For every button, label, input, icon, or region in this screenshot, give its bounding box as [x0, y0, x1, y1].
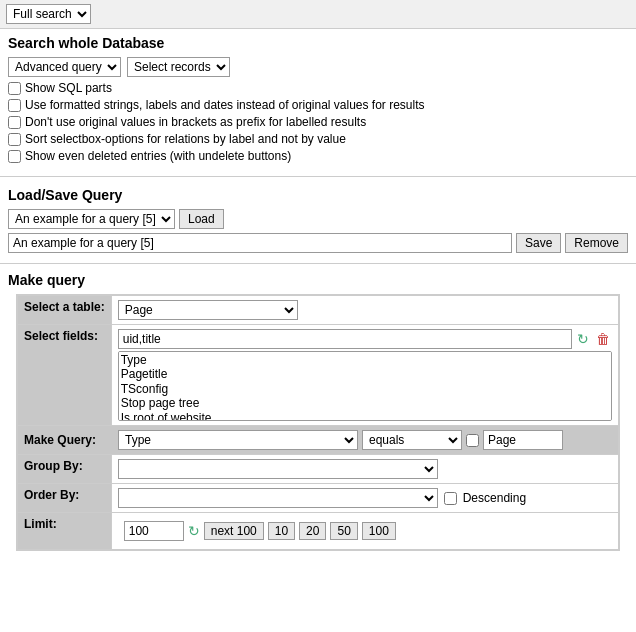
checkbox-no-original: Don't use original values in brackets as…: [8, 115, 628, 129]
order-by-controls: Descending: [118, 488, 612, 508]
make-query-title: Make query: [8, 272, 628, 288]
limit50-button[interactable]: 50: [330, 522, 357, 540]
query-controls-row: Advanced query Select records: [8, 57, 628, 77]
limit-green-icon: ↻: [188, 523, 200, 539]
save-button[interactable]: Save: [516, 233, 561, 253]
fields-delete-icon[interactable]: 🗑: [594, 330, 612, 348]
query-controls: Make Query: Type equals: [18, 426, 618, 454]
sort-selectbox-label: Sort selectbox-options for relations by …: [25, 132, 346, 146]
group-by-label: Group By:: [18, 455, 112, 484]
sort-selectbox-checkbox[interactable]: [8, 133, 21, 146]
select-table-row: Select a table: Page: [18, 296, 619, 325]
limit-row: Limit: ↻ next 100 10 20 50 100: [18, 513, 619, 550]
show-sql-label: Show SQL parts: [25, 81, 112, 95]
select-fields-label: Select fields:: [18, 325, 112, 426]
trash-icon: 🗑: [596, 331, 610, 347]
checkbox-show-sql: Show SQL parts: [8, 81, 628, 95]
fields-text-input[interactable]: [118, 329, 572, 349]
next100-button[interactable]: next 100: [204, 522, 264, 540]
save-input[interactable]: [8, 233, 512, 253]
make-query-wrapper: Make query Select a table: Page Select f…: [0, 268, 636, 559]
field-option-type: Type: [121, 353, 609, 367]
query-op-dropdown[interactable]: equals: [362, 430, 462, 450]
order-by-row: Order By: Descending: [18, 484, 619, 513]
load-save-title: Load/Save Query: [8, 187, 628, 203]
make-query-label: Make Query:: [24, 433, 114, 447]
reload-icon: ↻: [577, 331, 589, 347]
field-option-pagetitle: Pagetitle: [121, 367, 609, 381]
no-original-label: Don't use original values in brackets as…: [25, 115, 366, 129]
load-row: An example for a query [5] Load: [8, 209, 628, 229]
select-fields-cell: ↻ 🗑 Type Pagetitle TSconfig Stop page tr…: [111, 325, 618, 426]
order-by-dropdown[interactable]: [118, 488, 438, 508]
load-query-dropdown[interactable]: An example for a query [5]: [8, 209, 175, 229]
checkbox-sort-selectbox: Sort selectbox-options for relations by …: [8, 132, 628, 146]
make-query-controls-row: Make Query: Type equals: [18, 426, 619, 455]
group-by-cell: [111, 455, 618, 484]
table-dropdown[interactable]: Page: [118, 300, 298, 320]
query-type-dropdown[interactable]: Advanced query: [8, 57, 121, 77]
query-field-dropdown[interactable]: Type: [118, 430, 358, 450]
no-original-checkbox[interactable]: [8, 116, 21, 129]
order-by-cell: Descending: [111, 484, 618, 513]
select-fields-row: Select fields: ↻ 🗑 Type Pagetitle: [18, 325, 619, 426]
make-query-controls-cell: Make Query: Type equals: [18, 426, 619, 455]
load-save-section: Load/Save Query An example for a query […: [0, 181, 636, 259]
fields-reload-icon[interactable]: ↻: [574, 330, 592, 348]
search-whole-db-section: Search whole Database Advanced query Sel…: [0, 29, 636, 172]
limit100-button[interactable]: 100: [362, 522, 396, 540]
field-option-root: Is root of website: [121, 411, 609, 421]
limit-label: Limit:: [18, 513, 112, 550]
group-by-dropdown[interactable]: [118, 459, 438, 479]
limit-input[interactable]: [124, 521, 184, 541]
top-bar: Full search: [0, 0, 636, 29]
load-button[interactable]: Load: [179, 209, 224, 229]
select-table-label: Select a table:: [18, 296, 112, 325]
show-sql-checkbox[interactable]: [8, 82, 21, 95]
limit10-button[interactable]: 10: [268, 522, 295, 540]
formatted-strings-label: Use formatted strings, labels and dates …: [25, 98, 425, 112]
make-query-table: Select a table: Page Select fields: ↻: [17, 295, 619, 550]
field-option-tsconfig: TSconfig: [121, 382, 609, 396]
limit-controls: ↻ next 100 10 20 50 100: [118, 517, 612, 545]
show-deleted-checkbox[interactable]: [8, 150, 21, 163]
descending-checkbox[interactable]: [444, 492, 457, 505]
query-value-input[interactable]: [483, 430, 563, 450]
make-query-section: Select a table: Page Select fields: ↻: [16, 294, 620, 551]
group-by-row: Group By:: [18, 455, 619, 484]
remove-button[interactable]: Remove: [565, 233, 628, 253]
checkbox-show-deleted: Show even deleted entries (with undelete…: [8, 149, 628, 163]
checkbox-formatted-strings: Use formatted strings, labels and dates …: [8, 98, 628, 112]
fields-list[interactable]: Type Pagetitle TSconfig Stop page tree I…: [118, 351, 612, 421]
select-table-cell: Page: [111, 296, 618, 325]
field-option-stop-page: Stop page tree: [121, 396, 609, 410]
save-remove-row: Save Remove: [8, 233, 628, 253]
limit-cell: ↻ next 100 10 20 50 100: [111, 513, 618, 550]
query-negate-checkbox[interactable]: [466, 434, 479, 447]
order-by-label: Order By:: [18, 484, 112, 513]
limit20-button[interactable]: 20: [299, 522, 326, 540]
fields-input-row: ↻ 🗑: [118, 329, 612, 349]
descending-label: Descending: [463, 491, 526, 505]
select-records-dropdown[interactable]: Select records: [127, 57, 230, 77]
search-whole-db-title: Search whole Database: [8, 35, 628, 51]
show-deleted-label: Show even deleted entries (with undelete…: [25, 149, 291, 163]
formatted-strings-checkbox[interactable]: [8, 99, 21, 112]
search-type-dropdown[interactable]: Full search: [6, 4, 91, 24]
